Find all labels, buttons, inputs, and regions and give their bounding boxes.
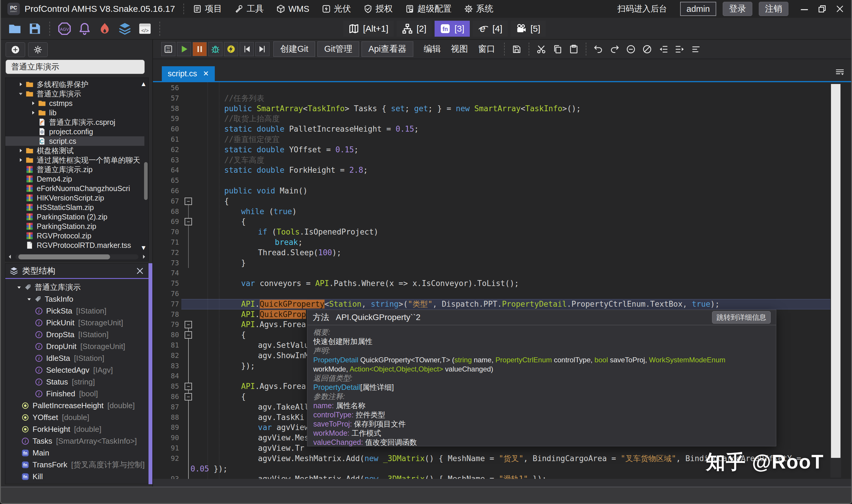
type-member[interactable]: fnKill — [5, 471, 148, 482]
tab-list-icon[interactable] — [835, 68, 845, 77]
menu-wms[interactable]: WMS — [276, 4, 309, 14]
tree-item[interactable]: 多线程临界保护 — [5, 79, 144, 89]
tree-item[interactable]: eForkNuomaChangzhouScri — [5, 184, 144, 193]
editor-menu[interactable]: 窗口 — [478, 43, 495, 55]
tree-item[interactable]: 普通立库演示 — [5, 89, 144, 98]
type-member[interactable]: fnTransFork[货叉高度计算与控制] — [5, 459, 148, 471]
expand-icon[interactable] — [31, 101, 36, 106]
flame-icon[interactable] — [98, 22, 111, 36]
tree-item[interactable]: ParkingStation (2).zip — [5, 212, 144, 221]
collapse-icon[interactable] — [18, 91, 23, 96]
folder-icon[interactable] — [8, 22, 22, 36]
binary-script-button[interactable]: 01/101 — [161, 42, 176, 56]
scroll-right-icon[interactable] — [141, 254, 147, 260]
tree-item[interactable]: 通过属性框实现一个简单的聊天 — [5, 155, 144, 165]
comment-icon[interactable] — [626, 44, 636, 54]
type-member[interactable]: iPickSta[IStation] — [5, 305, 148, 317]
code-line[interactable]: 76 — [153, 289, 851, 299]
type-member[interactable]: ForkHeight[double] — [5, 423, 148, 435]
tab-script-cs[interactable]: script.cs ✕ — [162, 66, 215, 81]
code-line[interactable]: 63//叉车高度 — [153, 155, 851, 165]
comment-off-icon[interactable] — [642, 44, 652, 54]
code-line[interactable]: 74 — [153, 268, 851, 278]
view-tab-4[interactable]: e[4] — [473, 21, 508, 37]
fold-marker-icon[interactable]: − — [185, 383, 192, 390]
code-line[interactable]: 59//取货上抬高度 — [153, 113, 851, 124]
type-member[interactable]: YOffset[double] — [5, 411, 148, 423]
logout-button[interactable]: 注销 — [759, 2, 788, 16]
jump-to-details-button[interactable]: 跳转到详细信息 — [712, 311, 771, 324]
code-line[interactable]: 70if (Tools.IsOpenedProject) — [153, 227, 851, 237]
code-line[interactable]: 62static double YOffset = 0.15; — [153, 145, 851, 155]
editor-menu[interactable]: 编辑 — [424, 43, 441, 55]
expand-icon[interactable] — [18, 157, 23, 163]
project-name-input[interactable] — [6, 60, 145, 74]
type-member[interactable]: iDropUnit[StorageUnit] — [5, 340, 148, 352]
debug-button[interactable] — [208, 42, 222, 56]
bell-icon[interactable] — [78, 22, 91, 36]
tree-horizontal-scrollbar[interactable] — [7, 253, 147, 260]
editor-scrollbar[interactable] — [830, 84, 841, 478]
paste-icon[interactable] — [569, 44, 579, 54]
scan-backend-label[interactable]: 扫码进入后台 — [617, 3, 667, 15]
fold-marker-icon[interactable]: − — [185, 331, 192, 339]
menu-tools[interactable]: 工具 — [235, 3, 264, 15]
type-member[interactable]: iPickUnit[StorageUnit] — [5, 317, 148, 329]
type-member[interactable]: iSelectedAgv[IAgv] — [5, 364, 148, 376]
toolbar-button[interactable]: 创建Git — [273, 41, 315, 57]
fold-marker-icon[interactable]: − — [185, 198, 192, 205]
restore-icon[interactable] — [817, 4, 827, 14]
type-member[interactable]: TaskInfo — [5, 293, 148, 305]
agv-icon[interactable]: AGV — [58, 22, 71, 36]
fold-marker-icon[interactable]: − — [185, 393, 192, 400]
pause-button[interactable] — [193, 42, 207, 56]
type-member[interactable]: iTasks[SmartArray<TaskInfo>] — [5, 435, 148, 447]
type-member[interactable]: PalletIncreaseHeight[double] — [5, 400, 148, 411]
indent-icon[interactable] — [675, 44, 685, 54]
tree-item[interactable]: lib — [5, 108, 144, 118]
menu-super-config[interactable]: 超级配置 — [405, 3, 452, 15]
type-member[interactable]: iIdleSta[IStation] — [5, 352, 148, 364]
code-window-icon[interactable]: </> — [138, 22, 152, 36]
format-icon[interactable] — [691, 44, 701, 54]
code-line[interactable]: 65 — [153, 175, 851, 186]
tree-item[interactable]: HIKVersionScript.zip — [5, 193, 144, 203]
toolbar-button[interactable]: Api查看器 — [362, 41, 413, 57]
project-settings-button[interactable] — [28, 42, 48, 57]
collapse-icon[interactable] — [26, 297, 32, 302]
tree-item[interactable]: HSStaticSlam.zip — [5, 203, 144, 212]
redo-icon[interactable] — [610, 44, 619, 54]
step-back-button[interactable] — [240, 42, 254, 56]
tree-vertical-scrollbar[interactable] — [144, 162, 148, 200]
sidebar-scrollbar[interactable] — [148, 263, 152, 484]
toolbar-button[interactable]: Git管理 — [318, 41, 359, 57]
menu-auth[interactable]: 授权 — [364, 3, 393, 15]
tree-item[interactable]: script.cs — [5, 136, 144, 146]
tree-item[interactable]: Demo4.zip — [5, 174, 144, 184]
code-line[interactable]: 66public void Main() — [153, 186, 851, 196]
menu-system[interactable]: 系统 — [464, 3, 493, 15]
expand-icon[interactable] — [31, 110, 36, 115]
close-panel-icon[interactable] — [135, 267, 144, 275]
outdent-icon[interactable] — [658, 44, 668, 54]
type-member[interactable]: fnMain — [5, 447, 148, 459]
expand-icon[interactable] — [18, 82, 23, 87]
code-line[interactable]: 71break; — [153, 237, 851, 248]
code-line[interactable]: 64static double ForkHeight = 2.8; — [153, 165, 851, 175]
tree-item[interactable]: RGVProtocolRTD.marker.tss — [5, 240, 144, 250]
code-line[interactable]: 67−{ — [153, 196, 851, 206]
minimize-icon[interactable] — [800, 4, 809, 14]
view-tab-3[interactable]: fn[3] — [435, 21, 470, 37]
close-tab-icon[interactable]: ✕ — [203, 70, 209, 78]
tree-item[interactable]: RGVProtocol.zip — [5, 231, 144, 240]
copy-icon[interactable] — [552, 44, 562, 54]
undo-icon[interactable] — [594, 44, 603, 54]
tree-item[interactable]: project.config — [5, 127, 144, 136]
code-line[interactable]: 56 — [153, 83, 851, 93]
code-line[interactable]: 68while (true) — [153, 206, 851, 217]
code-line[interactable]: 58public SmartArray<TaskInfo> Tasks { se… — [153, 104, 851, 114]
quick-run-button[interactable] — [224, 42, 238, 56]
tree-item[interactable]: cstmps — [5, 98, 144, 108]
save-outline-icon[interactable] — [512, 44, 522, 54]
fold-marker-icon[interactable]: − — [185, 321, 192, 328]
